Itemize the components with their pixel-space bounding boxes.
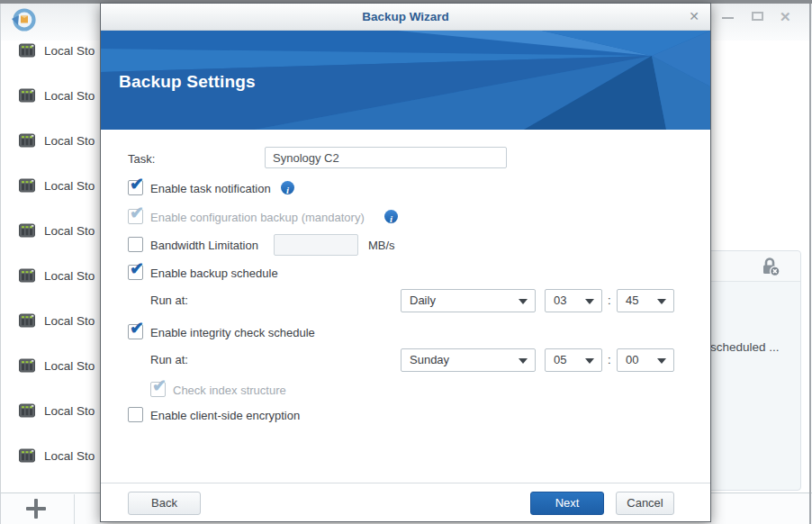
backup-minute-value: 45 xyxy=(626,294,638,307)
info-icon[interactable] xyxy=(384,210,398,223)
backup-minute-select[interactable]: 45 xyxy=(617,289,674,312)
backup-frequency-value: Daily xyxy=(410,294,436,307)
sidebar-item-label: Local Sto xyxy=(44,44,95,58)
backup-schedule-label: Enable backup schedule xyxy=(150,267,278,280)
dialog-titlebar[interactable]: Backup Wizard ✕ xyxy=(101,4,710,31)
sidebar-item-label: Local Sto xyxy=(44,314,95,328)
backup-frequency-select[interactable]: Daily xyxy=(401,289,536,312)
storage-icon xyxy=(19,178,35,193)
backup-run-at-label: Run at: xyxy=(150,294,188,307)
enable-client-encryption-checkbox[interactable] xyxy=(128,407,143,422)
sidebar-item-local-storage[interactable]: Local Sto xyxy=(0,177,100,195)
storage-icon xyxy=(19,43,35,58)
window-close-icon[interactable]: ✕ xyxy=(778,9,796,25)
plus-icon xyxy=(34,499,38,519)
storage-icon xyxy=(19,268,35,283)
bandwidth-unit-label: MB/s xyxy=(368,239,395,252)
integrity-check-label: Enable integrity check schedule xyxy=(150,326,315,339)
storage-icon xyxy=(19,358,35,373)
step-title: Backup Settings xyxy=(119,72,256,92)
sidebar-item-local-storage[interactable]: Local Sto xyxy=(0,132,100,150)
storage-icon xyxy=(19,223,35,238)
next-button[interactable]: Next xyxy=(530,492,604,515)
task-name-input[interactable] xyxy=(265,147,507,168)
client-encryption-label: Enable client-side encryption xyxy=(150,409,300,422)
bandwidth-limitation-checkbox[interactable] xyxy=(128,237,143,252)
maximize-button[interactable] xyxy=(749,9,767,25)
enable-config-backup-checkbox xyxy=(128,209,143,224)
task-label: Task: xyxy=(128,152,155,166)
window-left-edge xyxy=(0,4,1,524)
wizard-step-header: Backup Settings xyxy=(101,31,710,130)
time-colon: : xyxy=(608,353,611,366)
sidebar-item-local-storage[interactable]: Local Sto xyxy=(0,267,100,285)
dialog-title: Backup Wizard xyxy=(362,10,449,23)
backup-hour-select[interactable]: 03 xyxy=(545,289,602,312)
sidebar-item-local-storage[interactable]: Local Sto xyxy=(0,42,100,60)
storage-icon xyxy=(19,313,35,328)
sidebar-item-label: Local Sto xyxy=(44,359,95,373)
hyper-backup-logo-icon xyxy=(11,6,38,33)
integrity-hour-select[interactable]: 05 xyxy=(545,348,602,372)
time-colon: : xyxy=(608,294,611,307)
backup-hour-value: 03 xyxy=(554,294,566,307)
integrity-hour-value: 05 xyxy=(554,353,566,366)
check-index-structure-checkbox xyxy=(150,382,166,397)
bandwidth-value-input xyxy=(274,234,358,256)
task-list-sidebar: Local Sto Local Sto Local Sto Local Sto … xyxy=(0,41,100,492)
integrity-minute-select[interactable]: 00 xyxy=(617,348,674,372)
integrity-run-at-label: Run at: xyxy=(150,353,188,366)
sidebar-item-label: Local Sto xyxy=(44,404,95,418)
sidebar-item-label: Local Sto xyxy=(44,224,95,238)
task-notification-label: Enable task notification xyxy=(150,182,271,195)
enable-integrity-check-checkbox[interactable] xyxy=(128,324,143,339)
bandwidth-limitation-label: Bandwidth Limitation xyxy=(150,239,258,252)
lock-disabled-icon xyxy=(761,257,780,276)
toolbar-divider xyxy=(74,494,75,524)
sidebar-item-local-storage[interactable]: Local Sto xyxy=(0,402,100,420)
sidebar-item-label: Local Sto xyxy=(44,179,95,193)
integrity-frequency-select[interactable]: Sunday xyxy=(401,348,536,372)
sidebar-item-local-storage[interactable]: Local Sto xyxy=(0,87,100,105)
check-index-structure-label: Check index structure xyxy=(173,384,286,397)
enable-backup-schedule-checkbox[interactable] xyxy=(128,265,143,280)
back-button[interactable]: Back xyxy=(128,492,201,515)
sidebar-item-local-storage[interactable]: Local Sto xyxy=(0,312,100,330)
storage-icon xyxy=(19,448,35,463)
sidebar-item-label: Local Sto xyxy=(44,449,95,463)
sidebar-item-local-storage[interactable]: Local Sto xyxy=(0,447,100,465)
enable-task-notification-checkbox[interactable] xyxy=(128,180,143,195)
sidebar-item-label: Local Sto xyxy=(44,269,95,283)
screen: ✕ Local Sto Local Sto Local Sto Local St… xyxy=(0,0,812,524)
window-right-edge xyxy=(809,4,811,524)
footer-divider xyxy=(101,483,710,483)
sidebar-item-label: Local Sto xyxy=(44,89,95,103)
info-icon[interactable] xyxy=(281,181,294,194)
config-backup-label: Enable configuration backup (mandatory) xyxy=(150,211,365,224)
sidebar-item-local-storage[interactable]: Local Sto xyxy=(0,357,100,375)
add-task-button[interactable] xyxy=(0,493,74,524)
storage-icon xyxy=(19,133,35,148)
panel-status-text: scheduled ... xyxy=(710,340,780,354)
sidebar-item-label: Local Sto xyxy=(44,134,95,148)
cancel-button[interactable]: Cancel xyxy=(616,492,674,515)
minimize-button[interactable] xyxy=(719,9,737,25)
integrity-minute-value: 00 xyxy=(626,353,638,366)
integrity-frequency-value: Sunday xyxy=(410,353,449,366)
sidebar-item-local-storage[interactable]: Local Sto xyxy=(0,222,100,240)
dialog-close-icon[interactable]: ✕ xyxy=(689,9,699,23)
storage-icon xyxy=(19,403,35,418)
backup-wizard-dialog: Backup Wizard ✕ Backup Settings Task: En… xyxy=(100,3,711,522)
storage-icon xyxy=(19,88,35,103)
